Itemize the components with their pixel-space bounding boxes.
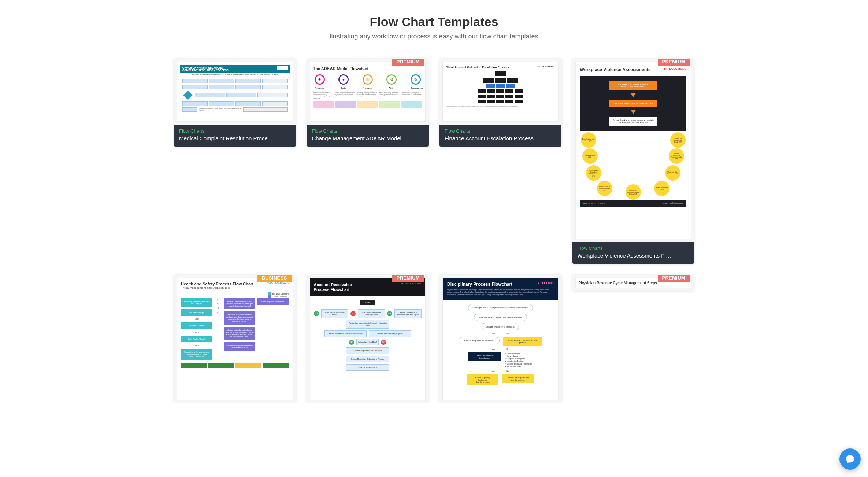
thumb-brand: CITY OF OAKRIDGE	[538, 66, 555, 69]
template-thumbnail: The ADKAR Model Flowchart ⚙ ♥ 📖 ⚙ ↻ Awar…	[307, 59, 429, 125]
thumb-header-line1: OFFICE OF PATIENT RELATIONS	[182, 66, 229, 69]
thumb-header-line2: COMPLAINT RESOLUTION PROCESS	[182, 69, 229, 71]
thumb-title: Health and Safety Process Flow Chart	[181, 282, 253, 286]
template-category: Flow Charts	[312, 128, 424, 134]
template-thumbnail: Workplace Violence Assessments HR SOLUTI…	[572, 59, 694, 242]
thumb-brand: HR SOLUTIONS	[664, 67, 686, 72]
thumb-brand: RIVERSIDE COUNTY	[400, 282, 422, 292]
template-card-health-safety[interactable]: BUSINESS Health and Safety Process Flow …	[174, 275, 296, 403]
template-card-account-receivable[interactable]: PREMIUM Account ReceivableProcess Flowch…	[307, 275, 429, 403]
template-thumbnail: Health and Safety Process Flow Chart HOP…	[174, 275, 296, 403]
template-title: Finance Account Escalation Process …	[445, 135, 556, 141]
template-card-adkar[interactable]: PREMIUM The ADKAR Model Flowchart ⚙ ♥ 📖 …	[307, 59, 429, 147]
template-title: Change Management ADKAR Model…	[312, 135, 424, 141]
premium-badge: PREMIUM	[658, 275, 690, 282]
thumb-title: Client Account Collection Escalation Pro…	[446, 66, 509, 69]
template-card-physician-revenue[interactable]: PREMIUM Physician Revenue Cycle Manageme…	[572, 275, 694, 291]
template-card-footer: Flow Charts Medical Complaint Resolution…	[174, 125, 296, 147]
premium-badge: PREMIUM	[392, 59, 424, 66]
template-thumbnail: Account ReceivableProcess Flowchart RIVE…	[307, 275, 429, 403]
template-title: Medical Complaint Resolution Proce…	[179, 135, 291, 141]
template-card-footer: Flow Charts Finance Account Escalation P…	[439, 125, 561, 147]
thumb-logo	[277, 66, 288, 70]
page-container: Flow Chart Templates Illustrating any wo…	[163, 0, 705, 403]
page-subtitle: Illustrating any workflow or process is …	[174, 33, 694, 40]
template-thumbnail: Client Account Collection Escalation Pro…	[439, 59, 561, 125]
template-card-medical-complaint[interactable]: OFFICE OF PATIENT RELATIONS COMPLAINT RE…	[174, 59, 296, 147]
premium-badge: PREMIUM	[392, 275, 424, 282]
template-card-finance-escalation[interactable]: Client Account Collection Escalation Pro…	[439, 59, 561, 147]
template-category: Flow Charts	[179, 128, 291, 134]
template-card-workplace-violence[interactable]: PREMIUM Workplace Violence Assessments H…	[572, 59, 694, 264]
template-card-footer: Flow Charts Workplace Violence Assessmen…	[572, 242, 694, 264]
template-category: Flow Charts	[578, 245, 689, 251]
thumb-subtitle: Threat Assessment and Decision Tool	[181, 286, 289, 289]
template-thumbnail: Disciplinary Process Flowchart ▲ JDIFUND…	[439, 275, 561, 403]
template-thumbnail: OFFICE OF PATIENT RELATIONS COMPLAINT RE…	[174, 59, 296, 125]
premium-badge: PREMIUM	[658, 59, 690, 66]
business-badge: BUSINESS	[257, 275, 292, 282]
thumb-caption: Patient or Patient's Representative has …	[180, 73, 290, 77]
thumb-title: Workplace Violence Assessments	[580, 67, 651, 72]
template-card-disciplinary[interactable]: Disciplinary Process Flowchart ▲ JDIFUND…	[439, 275, 561, 403]
template-grid: OFFICE OF PATIENT RELATIONS COMPLAINT RE…	[174, 59, 694, 403]
page-title: Flow Chart Templates	[174, 15, 694, 29]
thumb-title: Disciplinary Process Flowchart	[447, 282, 512, 287]
template-card-footer: Flow Charts Change Management ADKAR Mode…	[307, 125, 429, 147]
page-header: Flow Chart Templates Illustrating any wo…	[174, 15, 694, 40]
template-category: Flow Charts	[445, 128, 556, 134]
template-title: Workplace Violence Assessments Fl…	[578, 252, 689, 259]
